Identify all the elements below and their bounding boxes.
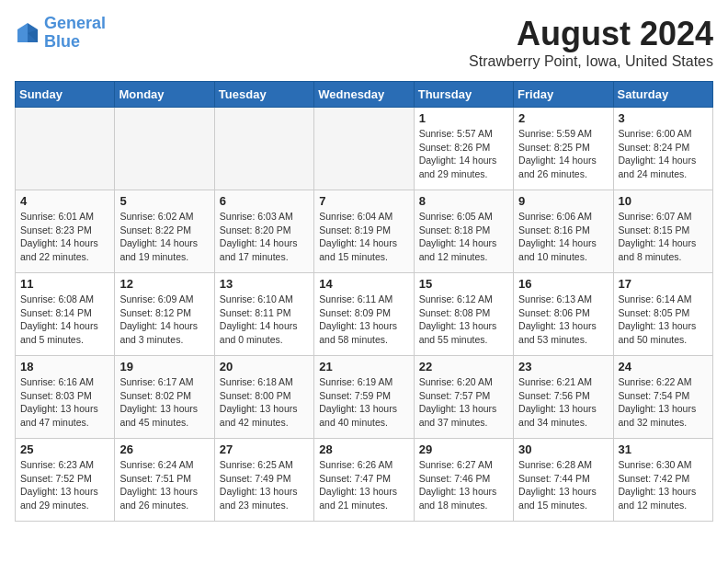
calendar-cell: 21Sunrise: 6:19 AMSunset: 7:59 PMDayligh…: [314, 356, 414, 439]
calendar-week-4: 18Sunrise: 6:16 AMSunset: 8:03 PMDayligh…: [16, 356, 713, 439]
calendar-table: SundayMondayTuesdayWednesdayThursdayFrid…: [15, 81, 713, 522]
calendar-cell: 12Sunrise: 6:09 AMSunset: 8:12 PMDayligh…: [115, 273, 214, 356]
day-number: 10: [619, 194, 708, 208]
calendar-cell: 18Sunrise: 6:16 AMSunset: 8:03 PMDayligh…: [16, 356, 115, 439]
calendar-subtitle: Strawberry Point, Iowa, United States: [469, 53, 713, 70]
calendar-cell: 16Sunrise: 6:13 AMSunset: 8:06 PMDayligh…: [514, 273, 613, 356]
day-detail: Sunrise: 5:57 AMSunset: 8:26 PMDaylight:…: [419, 127, 508, 181]
day-number: 17: [619, 277, 708, 291]
day-number: 13: [220, 277, 309, 291]
day-detail: Sunrise: 6:01 AMSunset: 8:23 PMDaylight:…: [20, 210, 109, 264]
day-detail: Sunrise: 6:13 AMSunset: 8:06 PMDaylight:…: [518, 293, 608, 347]
day-number: 8: [419, 194, 508, 208]
day-number: 3: [619, 111, 708, 125]
day-detail: Sunrise: 6:02 AMSunset: 8:22 PMDaylight:…: [119, 210, 209, 264]
calendar-cell: 2Sunrise: 5:59 AMSunset: 8:25 PMDaylight…: [514, 108, 613, 190]
day-detail: Sunrise: 6:08 AMSunset: 8:14 PMDaylight:…: [20, 293, 109, 347]
calendar-header-row: SundayMondayTuesdayWednesdayThursdayFrid…: [16, 82, 713, 108]
calendar-cell: 7Sunrise: 6:04 AMSunset: 8:19 PMDaylight…: [314, 190, 414, 273]
calendar-week-3: 11Sunrise: 6:08 AMSunset: 8:14 PMDayligh…: [16, 273, 713, 356]
day-detail: Sunrise: 5:59 AMSunset: 8:25 PMDaylight:…: [518, 127, 608, 181]
day-detail: Sunrise: 6:10 AMSunset: 8:11 PMDaylight:…: [220, 293, 309, 347]
day-header-thursday: Thursday: [414, 82, 513, 108]
day-detail: Sunrise: 6:26 AMSunset: 7:47 PMDaylight:…: [319, 458, 408, 512]
day-detail: Sunrise: 6:28 AMSunset: 7:44 PMDaylight:…: [518, 458, 608, 512]
day-detail: Sunrise: 6:14 AMSunset: 8:05 PMDaylight:…: [619, 293, 708, 347]
calendar-cell: 22Sunrise: 6:20 AMSunset: 7:57 PMDayligh…: [414, 356, 513, 439]
calendar-cell: 11Sunrise: 6:08 AMSunset: 8:14 PMDayligh…: [16, 273, 115, 356]
day-number: 15: [419, 277, 508, 291]
day-header-wednesday: Wednesday: [314, 82, 414, 108]
title-block: August 2024 Strawberry Point, Iowa, Unit…: [469, 15, 713, 70]
day-detail: Sunrise: 6:30 AMSunset: 7:42 PMDaylight:…: [619, 458, 708, 512]
svg-marker-1: [17, 23, 28, 42]
calendar-week-2: 4Sunrise: 6:01 AMSunset: 8:23 PMDaylight…: [16, 190, 713, 273]
day-detail: Sunrise: 6:16 AMSunset: 8:03 PMDaylight:…: [20, 375, 109, 430]
calendar-week-5: 25Sunrise: 6:23 AMSunset: 7:52 PMDayligh…: [16, 439, 713, 522]
calendar-body: 1Sunrise: 5:57 AMSunset: 8:26 PMDaylight…: [16, 108, 713, 522]
calendar-cell: [115, 108, 214, 190]
day-number: 1: [419, 111, 508, 125]
day-number: 19: [119, 360, 209, 373]
day-detail: Sunrise: 6:24 AMSunset: 7:51 PMDaylight:…: [119, 458, 209, 512]
day-number: 9: [518, 194, 608, 208]
day-number: 4: [20, 194, 109, 208]
day-number: 12: [119, 277, 209, 291]
calendar-cell: 25Sunrise: 6:23 AMSunset: 7:52 PMDayligh…: [16, 439, 115, 522]
day-detail: Sunrise: 6:09 AMSunset: 8:12 PMDaylight:…: [119, 293, 209, 347]
day-number: 27: [220, 442, 309, 456]
day-detail: Sunrise: 6:00 AMSunset: 8:24 PMDaylight:…: [619, 127, 708, 181]
day-number: 11: [20, 277, 109, 291]
day-detail: Sunrise: 6:07 AMSunset: 8:15 PMDaylight:…: [619, 210, 708, 264]
day-detail: Sunrise: 6:21 AMSunset: 7:56 PMDaylight:…: [518, 375, 608, 430]
day-header-tuesday: Tuesday: [214, 82, 313, 108]
day-header-sunday: Sunday: [16, 82, 115, 108]
day-number: 16: [518, 277, 608, 291]
calendar-cell: 27Sunrise: 6:25 AMSunset: 7:49 PMDayligh…: [214, 439, 313, 522]
day-header-saturday: Saturday: [613, 82, 712, 108]
day-number: 26: [119, 442, 209, 456]
calendar-cell: [16, 108, 115, 190]
calendar-cell: [314, 108, 414, 190]
day-number: 5: [119, 194, 209, 208]
calendar-cell: 9Sunrise: 6:06 AMSunset: 8:16 PMDaylight…: [514, 190, 613, 273]
day-detail: Sunrise: 6:17 AMSunset: 8:02 PMDaylight:…: [119, 375, 209, 430]
day-number: 23: [518, 360, 608, 373]
calendar-cell: 17Sunrise: 6:14 AMSunset: 8:05 PMDayligh…: [613, 273, 712, 356]
logo-text: General Blue: [44, 15, 106, 52]
calendar-cell: 6Sunrise: 6:03 AMSunset: 8:20 PMDaylight…: [214, 190, 313, 273]
day-number: 18: [20, 360, 109, 373]
day-number: 7: [319, 194, 408, 208]
calendar-cell: 29Sunrise: 6:27 AMSunset: 7:46 PMDayligh…: [414, 439, 513, 522]
day-detail: Sunrise: 6:06 AMSunset: 8:16 PMDaylight:…: [518, 210, 608, 264]
day-detail: Sunrise: 6:22 AMSunset: 7:54 PMDaylight:…: [619, 375, 708, 430]
day-detail: Sunrise: 6:05 AMSunset: 8:18 PMDaylight:…: [419, 210, 508, 264]
day-detail: Sunrise: 6:19 AMSunset: 7:59 PMDaylight:…: [319, 375, 408, 430]
day-number: 22: [419, 360, 508, 373]
page-header: General Blue August 2024 Strawberry Poin…: [15, 15, 713, 70]
day-number: 6: [220, 194, 309, 208]
calendar-cell: 5Sunrise: 6:02 AMSunset: 8:22 PMDaylight…: [115, 190, 214, 273]
calendar-cell: 20Sunrise: 6:18 AMSunset: 8:00 PMDayligh…: [214, 356, 313, 439]
calendar-cell: 4Sunrise: 6:01 AMSunset: 8:23 PMDaylight…: [16, 190, 115, 273]
day-number: 25: [20, 442, 109, 456]
calendar-cell: 8Sunrise: 6:05 AMSunset: 8:18 PMDaylight…: [414, 190, 513, 273]
calendar-cell: [214, 108, 313, 190]
calendar-title: August 2024: [469, 15, 713, 53]
calendar-cell: 10Sunrise: 6:07 AMSunset: 8:15 PMDayligh…: [613, 190, 712, 273]
day-number: 28: [319, 442, 408, 456]
calendar-cell: 26Sunrise: 6:24 AMSunset: 7:51 PMDayligh…: [115, 439, 214, 522]
day-header-friday: Friday: [514, 82, 613, 108]
calendar-cell: 23Sunrise: 6:21 AMSunset: 7:56 PMDayligh…: [514, 356, 613, 439]
calendar-cell: 30Sunrise: 6:28 AMSunset: 7:44 PMDayligh…: [514, 439, 613, 522]
day-number: 2: [518, 111, 608, 125]
day-number: 20: [220, 360, 309, 373]
day-detail: Sunrise: 6:23 AMSunset: 7:52 PMDaylight:…: [20, 458, 109, 512]
day-number: 14: [319, 277, 408, 291]
calendar-cell: 13Sunrise: 6:10 AMSunset: 8:11 PMDayligh…: [214, 273, 313, 356]
day-detail: Sunrise: 6:18 AMSunset: 8:00 PMDaylight:…: [220, 375, 309, 430]
day-header-monday: Monday: [115, 82, 214, 108]
calendar-cell: 1Sunrise: 5:57 AMSunset: 8:26 PMDaylight…: [414, 108, 513, 190]
day-detail: Sunrise: 6:11 AMSunset: 8:09 PMDaylight:…: [319, 293, 408, 347]
calendar-week-1: 1Sunrise: 5:57 AMSunset: 8:26 PMDaylight…: [16, 108, 713, 190]
